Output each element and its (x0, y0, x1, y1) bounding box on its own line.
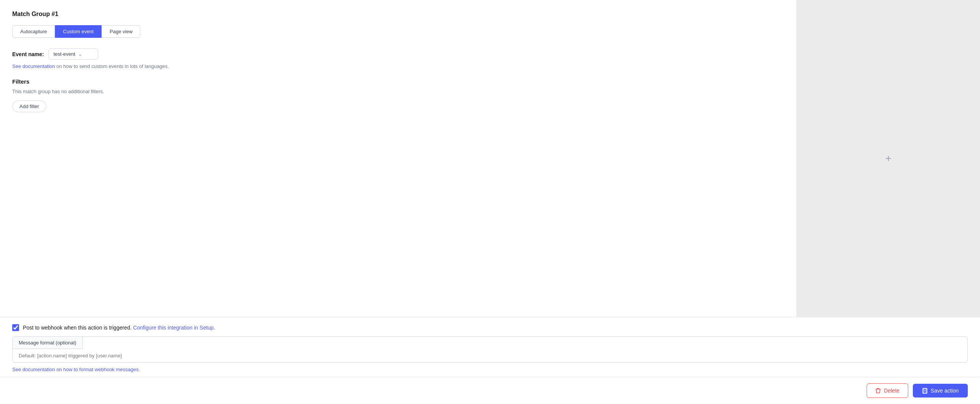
left-panel: Match Group #1 Autocapture Custom event … (0, 0, 797, 317)
webhook-row: Post to webhook when this action is trig… (12, 324, 968, 331)
doc-link-anchor[interactable]: See documentation (12, 63, 55, 69)
top-section: Match Group #1 Autocapture Custom event … (0, 0, 980, 317)
footer-actions: Delete Save action (0, 377, 980, 404)
event-name-select[interactable]: test-event ⌄ (48, 48, 98, 60)
delete-label: Delete (884, 388, 899, 394)
trash-icon (875, 388, 881, 394)
event-name-label: Event name: (12, 51, 44, 57)
webhook-label-text: Post to webhook when this action is trig… (23, 325, 132, 331)
doc-link-suffix: on how to send custom events in lots of … (56, 63, 169, 69)
event-name-row: Event name: test-event ⌄ (12, 48, 784, 60)
filters-title: Filters (12, 78, 784, 85)
filters-empty-text: This match group has no additional filte… (12, 89, 784, 94)
tab-group: Autocapture Custom event Page view (12, 25, 784, 38)
message-format-container: Message format (optional) (12, 336, 968, 363)
add-filter-button[interactable]: Add filter (12, 100, 46, 112)
svg-rect-1 (924, 388, 926, 390)
delete-button[interactable]: Delete (867, 383, 908, 398)
bottom-section: Post to webhook when this action is trig… (0, 317, 980, 377)
tab-page-view[interactable]: Page view (102, 25, 140, 38)
match-group-title: Match Group #1 (12, 11, 784, 18)
page-container: Match Group #1 Autocapture Custom event … (0, 0, 980, 404)
webhook-label: Post to webhook when this action is trig… (23, 325, 215, 331)
webhook-doc-link: See documentation on how to format webho… (12, 367, 968, 372)
right-panel: + (797, 0, 980, 317)
tab-custom-event[interactable]: Custom event (55, 25, 102, 38)
message-format-tab: Message format (optional) (13, 337, 83, 349)
svg-rect-2 (923, 391, 927, 393)
webhook-doc-anchor[interactable]: See documentation on how to format webho… (12, 367, 140, 372)
tab-autocapture[interactable]: Autocapture (12, 25, 55, 38)
doc-link-row: See documentation on how to send custom … (12, 63, 784, 69)
webhook-checkbox[interactable] (12, 324, 19, 331)
save-label: Save action (931, 388, 959, 394)
message-format-input[interactable] (13, 349, 967, 362)
chevron-down-icon: ⌄ (78, 52, 82, 57)
add-icon[interactable]: + (885, 153, 891, 164)
save-button[interactable]: Save action (913, 384, 968, 398)
event-name-value: test-event (53, 51, 75, 57)
save-icon (922, 388, 928, 394)
webhook-setup-link[interactable]: Configure this integration in Setup. (133, 325, 215, 331)
